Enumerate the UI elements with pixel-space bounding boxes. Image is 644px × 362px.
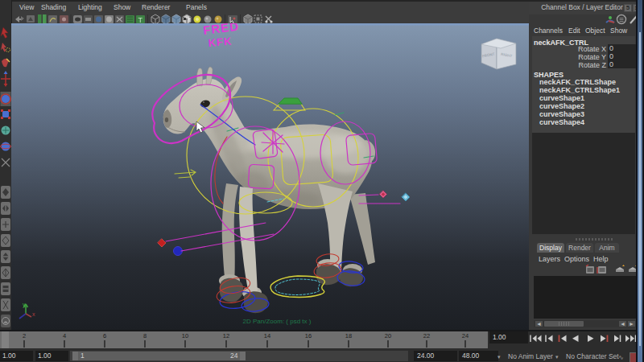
- svg-text:y: y: [23, 302, 26, 308]
- svg-text:x: x: [32, 311, 35, 317]
- svg-text:20: 20: [385, 332, 391, 339]
- svg-text:18: 18: [345, 332, 352, 339]
- svg-text:22: 22: [423, 332, 430, 339]
- svg-text:10: 10: [182, 332, 188, 339]
- svg-text:8: 8: [143, 332, 147, 339]
- svg-text:4: 4: [63, 332, 66, 339]
- svg-text:12: 12: [223, 332, 229, 339]
- svg-text:6: 6: [103, 332, 106, 339]
- svg-text:14: 14: [264, 332, 270, 339]
- svg-text:24: 24: [462, 332, 469, 339]
- svg-text:2D Pan/Zoom: ( psd tx ): 2D Pan/Zoom: ( psd tx ): [243, 318, 312, 325]
- svg-text:T: T: [138, 16, 143, 24]
- svg-text:2: 2: [23, 332, 26, 339]
- svg-text:16: 16: [305, 332, 312, 339]
- svg-text:KFK: KFK: [208, 35, 233, 49]
